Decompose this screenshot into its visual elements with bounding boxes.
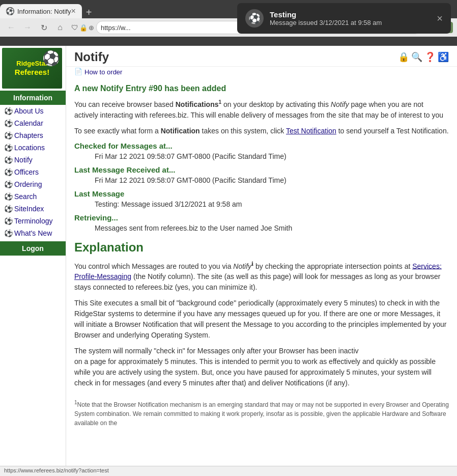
nav-icon-siteindex: ⚽ [4,205,12,213]
content-body: A new Notify Entry #90 has been added Yo… [66,80,457,437]
explanation-paragraph-1: You control which Messages are routed to… [74,260,449,293]
last-message-value: Testing: Message issued 3/12/2021 at 9:5… [95,200,449,208]
status-bar: https://www.referees.biz/notify?action=t… [0,466,457,476]
shield-icon: 🛡 [71,23,78,32]
exp-p3-before: The system will normally "check in" for … [74,347,359,355]
nav-icon-search: ⚽ [4,192,12,201]
tab-close-button[interactable]: × [71,7,76,15]
notification-toast: ⚽ Testing Message issued 3/12/2021 at 9:… [237,3,451,34]
exp-p1-before: You control which Messages are routed to… [74,262,233,270]
toast-title: Testing [270,10,382,19]
nav-label-about-us: About Us [14,107,44,115]
last-message-heading: Last Message [74,189,449,198]
footnote-text: Note that the Browser Notification mecha… [74,401,449,427]
explanation-title: Explanation [74,240,449,255]
accessibility-header-icon: ♿ [438,51,449,63]
sidebar-item-chapters[interactable]: ⚽ Chapters [0,129,66,142]
sidebar-item-notify[interactable]: ⚽ Notify [0,154,66,166]
tab-favicon: ⚽ [6,7,14,15]
nav-icon-chapters: ⚽ [4,131,12,139]
nav-label-chapters: Chapters [14,131,43,139]
nav-icon-notify: ⚽ [4,156,12,164]
nav-label-terminology: Terminology [14,217,52,225]
exp-p3-after: on a page for approximately 5 minutes. T… [74,357,436,387]
question-header-icon: ❓ [424,51,436,63]
footnote: 1Note that the Browser Notification mech… [74,399,449,428]
page-header-left: Notify [74,50,109,64]
intro-text-after: on your desktop by activating this [221,100,331,108]
nav-label-officers: Officers [14,168,39,176]
intro-paragraph-1: You can receive browser based Notificati… [74,98,449,121]
security-icons: 🛡 🔒 ⊕ [71,23,94,32]
intro-p2-end: to send yourself a Test Notification. [336,127,449,135]
intro-text-before: You can receive browser based [74,100,176,108]
checked-heading: Checked for Messages at... [74,142,449,150]
nav-icon-calendar: ⚽ [4,119,12,127]
nav-label-search: Search [14,192,37,201]
test-notification-link[interactable]: Test Notification [286,127,336,135]
nav-icon-terminology: ⚽ [4,217,12,225]
lock-header-icon: 🔒 [398,51,409,63]
intro-p2-before: To see exactly what form a [74,127,161,135]
sidebar-item-terminology[interactable]: ⚽ Terminology [0,215,66,227]
nav-icon-officers: ⚽ [4,168,12,176]
sidebar-section-information: Information [0,91,66,105]
main-content: Notify 🔒 🔍 ❓ ♿ 📄 How to order A new Noti… [66,46,457,476]
sidebar-item-ordering[interactable]: ⚽ Ordering [0,178,66,190]
page-header: Notify 🔒 🔍 ❓ ♿ [66,46,457,67]
checked-value: Fri Mar 12 2021 09:58:07 GMT-0800 (Pacif… [95,152,449,160]
new-tab-button[interactable]: + [82,7,96,18]
page-title: Notify [74,50,109,64]
status-url: https://www.referees.biz/notify?action=t… [4,467,109,473]
back-button[interactable]: ← [4,20,18,35]
sidebar-item-calendar[interactable]: ⚽ Calendar [0,117,66,129]
logo-line2: Referees! [15,68,49,77]
sidebar-item-about-us[interactable]: ⚽ About Us [0,105,66,117]
logo-soccer-ball: ⚽ [42,50,60,67]
nav-label-calendar: Calendar [14,119,43,127]
sidebar-item-officers[interactable]: ⚽ Officers [0,166,66,178]
logo-area: ⚽ RidgeStar Referees! [0,46,66,91]
sidebar-item-locations[interactable]: ⚽ Locations [0,142,66,154]
toast-close-button[interactable]: × [437,13,443,24]
sidebar-item-siteindex[interactable]: ⚽ SiteIndex [0,203,66,215]
howto-link-area: 📄 How to order [66,67,457,80]
home-button[interactable]: ⌂ [53,20,67,35]
explanation-paragraph-3: The system will normally "check in" for … [74,346,449,388]
intro-bold-notifications: Notifications1 [176,100,221,108]
info-icon: ⊕ [89,24,94,32]
toast-content: Testing Message issued 3/12/2021 at 9:58… [270,10,382,26]
sidebar-item-whats-new[interactable]: ⚽ What's New [0,227,66,239]
refresh-button[interactable]: ↻ [37,20,51,35]
sidebar: ⚽ RidgeStar Referees! Information ⚽ Abou… [0,46,66,476]
nav-icon-ordering: ⚽ [4,180,12,188]
intro-italic-notify: Notify [331,100,349,108]
explanation-paragraph-2: This Site executes a small bit of "backg… [74,298,449,341]
toast-icon: ⚽ [245,9,264,27]
nav-label-ordering: Ordering [14,180,42,188]
page-header-icons: 🔒 🔍 ❓ ♿ [398,51,449,63]
page-wrapper: ⚽ RidgeStar Referees! Information ⚽ Abou… [0,46,457,476]
intro-p2-bold: Notification [161,127,200,135]
retrieving-heading: Retrieving... [74,213,449,222]
lock-icon: 🔒 [79,24,88,32]
forward-button[interactable]: → [20,20,35,35]
sidebar-item-search[interactable]: ⚽ Search [0,190,66,203]
nav-label-siteindex: SiteIndex [14,205,44,213]
nav-icon-about-us: ⚽ [4,107,12,115]
url-text: https://w... [101,24,131,32]
logo-box: ⚽ RidgeStar Referees! [2,48,62,89]
sidebar-section-logon: Logon [0,241,66,256]
notify-added-message: A new Notify Entry #90 has been added [74,84,449,93]
howto-order-link[interactable]: How to order [84,68,122,76]
last-received-value: Fri Mar 12 2021 09:58:07 GMT-0800 (Pacif… [95,176,449,184]
active-tab[interactable]: ⚽ Information: Notify × [0,4,82,18]
intro-paragraph-2: To see exactly what form a Notification … [74,126,449,136]
intro-p2-mid: takes on this system, click [200,127,286,135]
tab-title: Information: Notify [17,8,71,15]
last-received-heading: Last Message Received at... [74,165,449,174]
nav-icon-locations: ⚽ [4,144,12,152]
nav-label-whats-new: What's New [14,229,52,237]
nav-label-notify: Notify [14,156,33,164]
exp-italic-notify: Notify [233,262,251,270]
